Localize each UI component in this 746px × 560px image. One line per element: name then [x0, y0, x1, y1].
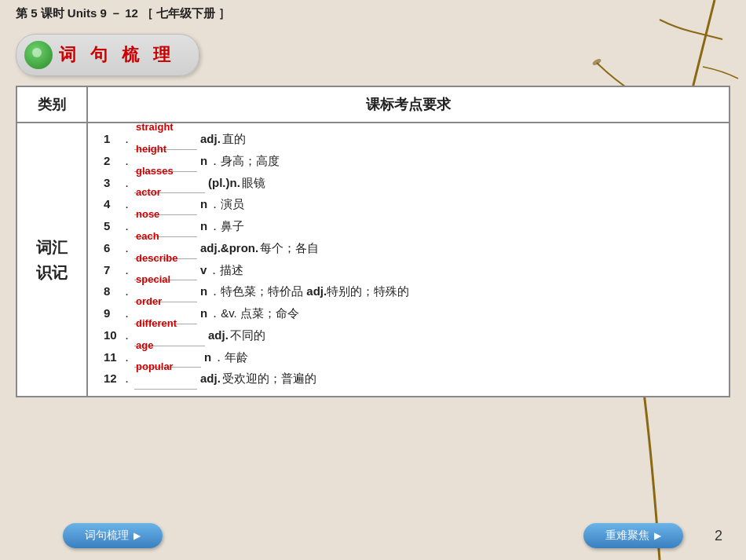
item-answer-5: nose — [136, 206, 159, 222]
vocab-review-button[interactable]: 词句梳理 ▶ — [63, 523, 163, 548]
item-answer-6: each — [136, 228, 159, 244]
item-extra-8: adj.特别的；特殊的 — [303, 282, 409, 302]
focus-review-label: 重难聚焦 — [605, 529, 649, 543]
left-arrow-icon: ▶ — [133, 530, 141, 541]
item-num-3: 3 — [104, 174, 121, 193]
main-table: 类别 课标考点要求 词汇识记 1 ． straight adj. 直的 2 ． — [16, 86, 730, 397]
item-def-12: 受欢迎的；普遍的 — [222, 369, 316, 389]
item-pos-1: adj. — [200, 130, 221, 149]
item-answer-4: actor — [136, 184, 161, 200]
vocab-item-5: 5 ． nose n ．鼻子 — [104, 217, 717, 237]
right-arrow-icon: ▶ — [654, 530, 661, 541]
item-pos-9: n — [200, 304, 207, 324]
item-num-10: 10 — [104, 326, 121, 346]
page-number: 2 — [715, 528, 722, 544]
col2-header: 课标考点要求 — [88, 87, 729, 122]
vocab-review-label: 词句梳理 — [85, 529, 129, 543]
item-pos-5: n — [200, 217, 207, 236]
item-def-7: ．描述 — [208, 261, 243, 280]
vocab-item-4: 4 ． actor n ．演员 — [104, 195, 717, 215]
focus-review-button[interactable]: 重难聚焦 ▶ — [583, 523, 683, 548]
vocab-item-1: 1 ． straight adj. 直的 — [104, 130, 717, 150]
item-num-2: 2 — [104, 152, 121, 171]
item-answer-7: describe — [136, 250, 177, 266]
header-text: 第 5 课时 Units 9 － 12 ［ 七年级下册 ］ — [16, 6, 230, 21]
item-num-11: 11 — [104, 348, 121, 368]
item-pos-4: n — [200, 195, 207, 214]
category-cell: 词汇识记 — [17, 123, 88, 396]
item-num-5: 5 — [104, 217, 121, 236]
title-circle-icon — [24, 41, 53, 69]
item-pos-2: n — [200, 152, 207, 171]
item-def-11: ．年龄 — [213, 348, 248, 368]
item-def-2: ．身高；高度 — [209, 152, 280, 171]
vocab-item-7: 7 ． describe v ．描述 — [104, 261, 717, 281]
item-answer-8: special — [136, 271, 170, 287]
vocab-item-9: 9 ． order n ．&v. 点菜；命令 — [104, 304, 717, 324]
table-header: 类别 课标考点要求 — [17, 87, 729, 123]
item-num-12: 12 — [104, 369, 121, 389]
item-blank-12: popular — [134, 369, 197, 390]
item-def-6: 每个；各自 — [260, 239, 319, 258]
item-answer-12: popular — [136, 358, 174, 375]
item-answer-2: height — [136, 141, 166, 157]
item-pos-12: adj. — [200, 369, 221, 389]
item-pos-11: n — [204, 348, 211, 368]
item-def-8: ．特色菜；特价品 — [209, 282, 303, 302]
item-def-5: ．鼻子 — [209, 217, 244, 236]
item-pos-8: n — [200, 282, 207, 302]
item-num-6: 6 — [104, 239, 121, 258]
item-num-9: 9 — [104, 304, 121, 324]
vocab-item-8: 8 ． special n ．特色菜；特价品 adj.特别的；特殊的 — [104, 282, 717, 302]
item-def-4: ．演员 — [209, 195, 244, 214]
item-num-8: 8 — [104, 282, 121, 302]
title-label: 词 句 梳 理 — [59, 43, 175, 67]
item-def-9: ．&v. 点菜；命令 — [209, 304, 299, 324]
item-answer-11: age — [136, 337, 153, 353]
vocab-item-10: 10 ． different adj. 不同的 — [104, 326, 717, 346]
item-pos-6: adj.&pron. — [200, 239, 258, 258]
item-num-1: 1 — [104, 130, 121, 149]
item-pos-10: adj. — [208, 326, 229, 346]
item-answer-1: straight — [136, 119, 174, 135]
vocab-item-12: 12 ． popular adj. 受欢迎的；普遍的 — [104, 369, 717, 390]
item-def-3: 眼镜 — [242, 174, 265, 193]
title-pill: 词 句 梳 理 — [16, 34, 199, 76]
col1-header: 类别 — [17, 87, 88, 122]
vocab-item-2: 2 ． height n ．身高；高度 — [104, 152, 717, 172]
item-num-7: 7 — [104, 261, 121, 280]
item-num-4: 4 — [104, 195, 121, 214]
item-pos-3: (pl.)n. — [208, 174, 240, 193]
bottom-bar: 词句梳理 ▶ 重难聚焦 ▶ — [0, 523, 746, 548]
title-section: 词 句 梳 理 — [16, 34, 730, 76]
item-answer-10: different — [136, 315, 177, 331]
vocab-cell: 1 ． straight adj. 直的 2 ． height n — [88, 123, 729, 396]
vocab-item-6: 6 ． each adj.&pron. 每个；各自 — [104, 239, 717, 259]
item-answer-9: order — [136, 293, 162, 309]
header: 第 5 课时 Units 9 － 12 ［ 七年级下册 ］ — [0, 0, 746, 27]
item-pos-7: v — [200, 261, 207, 280]
table-body: 词汇识记 1 ． straight adj. 直的 2 ． height — [17, 123, 729, 396]
vocab-item-11: 11 ． age n ．年龄 — [104, 348, 717, 368]
item-def-10: 不同的 — [230, 326, 265, 346]
item-def-1: 直的 — [222, 130, 246, 149]
vocab-item-3: 3 ． glasses (pl.)n. 眼镜 — [104, 174, 717, 194]
item-answer-3: glasses — [136, 163, 174, 179]
